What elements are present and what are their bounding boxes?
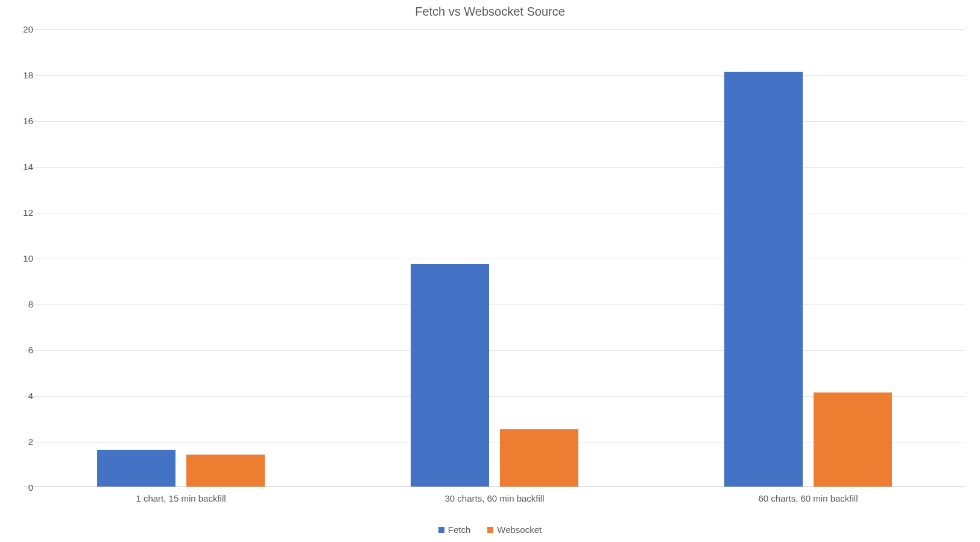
y-tick-label: 10 — [15, 253, 33, 263]
y-tick-label: 12 — [15, 207, 33, 218]
legend-swatch-websocket — [487, 527, 493, 533]
y-tick-label: 18 — [15, 70, 33, 80]
gridline — [24, 121, 965, 122]
bar-chart: Fetch vs Websocket Source Fetch Websocke… — [0, 0, 980, 542]
chart-title: Fetch vs Websocket Source — [0, 5, 980, 19]
bar-websocket — [500, 429, 578, 487]
category-label: 1 chart, 15 min backfill — [90, 493, 271, 503]
gridline — [24, 350, 965, 351]
y-tick-label: 6 — [15, 345, 33, 355]
legend: Fetch Websocket — [0, 525, 980, 535]
plot-area — [24, 29, 965, 487]
gridline — [24, 167, 965, 168]
bar-fetch — [411, 264, 489, 487]
bar-websocket — [186, 455, 265, 487]
gridline — [24, 304, 965, 305]
legend-item-fetch: Fetch — [438, 525, 471, 535]
legend-item-websocket: Websocket — [487, 525, 542, 535]
legend-label-websocket: Websocket — [497, 525, 542, 535]
y-tick-label: 20 — [15, 24, 33, 34]
y-tick-label: 14 — [15, 162, 33, 172]
category-label: 60 charts, 60 min backfill — [718, 493, 899, 503]
y-tick-label: 2 — [15, 436, 33, 447]
y-tick-label: 16 — [15, 116, 33, 126]
y-tick-label: 4 — [15, 391, 33, 401]
legend-swatch-fetch — [438, 527, 444, 533]
bar-fetch — [724, 72, 803, 487]
gridline — [24, 259, 965, 259]
bar-websocket — [814, 392, 892, 487]
legend-label-fetch: Fetch — [448, 525, 471, 535]
category-label: 30 charts, 60 min backfill — [404, 493, 585, 503]
y-tick-label: 0 — [15, 482, 33, 493]
y-tick-label: 8 — [15, 299, 33, 309]
gridline — [24, 75, 965, 76]
gridline — [24, 213, 965, 213]
bar-fetch — [97, 450, 175, 487]
